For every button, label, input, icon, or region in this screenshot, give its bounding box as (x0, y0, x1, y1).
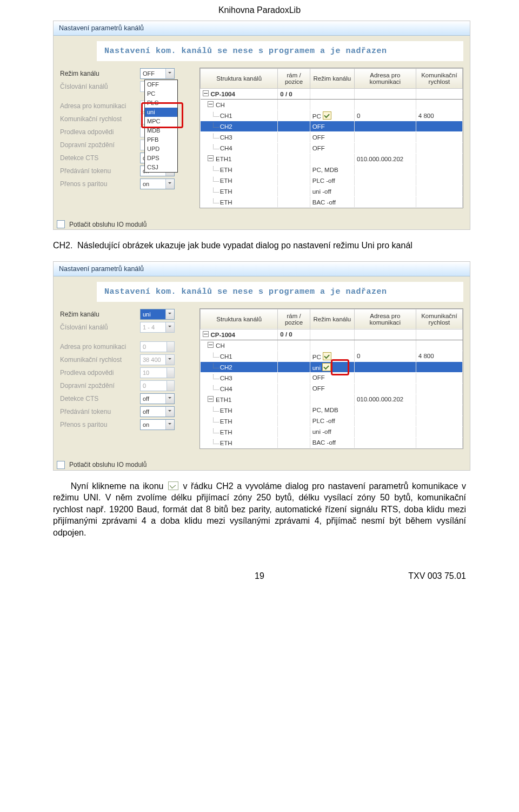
table-row[interactable]: CP-10040 / 0 (201, 329, 463, 340)
table-row[interactable]: ETHPLC -off (201, 415, 463, 426)
config-icon[interactable] (323, 352, 331, 360)
table-row[interactable]: CH4OFF (201, 143, 463, 154)
chevron-down-icon (165, 322, 174, 332)
label-addr: Adresa pro komunikaci (60, 343, 137, 351)
tree-toggle-icon[interactable] (203, 331, 209, 337)
mode-dropdown-list[interactable]: OFFPCPLCuniMPCMDBPFBUPDDPSCSJ (144, 80, 178, 173)
config-icon (168, 481, 178, 490)
mode-option-pc[interactable]: PC (145, 89, 177, 98)
table-row[interactable]: ETHuni -off (201, 426, 463, 437)
tree-toggle-icon[interactable] (208, 342, 214, 348)
mode-option-off[interactable]: OFF (145, 80, 177, 89)
mode-option-pfb[interactable]: PFB (145, 135, 177, 144)
table-row[interactable]: ETH1010.000.000.202 (201, 154, 463, 164)
parity-select[interactable]: on (140, 419, 175, 430)
label-numbering: Číslování kanálů (60, 83, 137, 90)
th-frame[interactable]: rám / pozice (278, 309, 310, 329)
label-delay: Prodleva odpovědi (60, 369, 137, 377)
page-footer: 19 TXV 003 75.01 (53, 571, 466, 582)
window-title: Nastavení parametrů kanálů (54, 21, 470, 36)
table-row[interactable]: CH3OFF (201, 372, 463, 383)
label-speed: Komunikační rychlost (60, 115, 137, 123)
document-id: TXV 003 75.01 (408, 571, 466, 581)
mode-option-mpc[interactable]: MPC (145, 117, 177, 126)
suppress-io-label: Potlačit obsluhu IO modulů (69, 221, 147, 228)
chevron-down-icon[interactable] (165, 69, 174, 78)
channels-table[interactable]: Struktura kanálů rám / pozice Režim kaná… (199, 68, 463, 208)
screenshot-channel-params-2: Nastavení parametrů kanálů Nastavení kom… (53, 261, 470, 471)
channels-table[interactable]: Struktura kanálů rám / pozice Režim kaná… (199, 308, 463, 449)
suppress-io-checkbox[interactable] (57, 220, 65, 228)
delay-input[interactable]: 10 (140, 367, 175, 378)
th-addr[interactable]: Adresa pro komunikaci (354, 69, 416, 89)
th-addr[interactable]: Adresa pro komunikaci (354, 309, 416, 329)
table-row[interactable]: CH (201, 100, 463, 110)
label-parity: Přenos s paritou (60, 180, 137, 188)
table-row[interactable]: CH3OFF (201, 132, 463, 143)
numbering-select: 1 - 4 (140, 322, 175, 333)
chevron-down-icon[interactable] (165, 309, 174, 319)
table-row[interactable]: CH4OFF (201, 383, 463, 394)
table-row[interactable]: CH2uni (201, 361, 463, 372)
token-select[interactable]: off (140, 406, 175, 417)
th-frame[interactable]: rám / pozice (278, 69, 310, 89)
table-row[interactable]: ETHPC, MDB (201, 405, 463, 415)
page-number: 19 (255, 571, 264, 581)
table-row[interactable]: CH2OFF (201, 121, 463, 132)
mode-option-dps[interactable]: DPS (145, 154, 177, 163)
table-row[interactable]: ETHPC, MDB (201, 164, 463, 175)
mode-option-mdb[interactable]: MDB (145, 126, 177, 135)
dialog-banner: Nastavení kom. kanálů se nese s programe… (97, 41, 463, 61)
chevron-down-icon[interactable] (165, 394, 174, 404)
addr-input[interactable]: 0 (140, 341, 175, 352)
th-speed[interactable]: Komunikační rychlost (416, 69, 462, 89)
tree-toggle-icon[interactable] (203, 90, 209, 96)
mode-option-csj[interactable]: CSJ (145, 163, 177, 172)
table-row[interactable]: CP-10040 / 0 (201, 89, 463, 100)
tree-toggle-icon[interactable] (208, 101, 214, 107)
mode-select[interactable]: OFF (140, 68, 175, 79)
chevron-down-icon[interactable] (165, 420, 174, 430)
table-row[interactable]: ETHBAC -off (201, 197, 463, 208)
speed-select[interactable]: 38 400 (140, 354, 175, 365)
dialog-banner: Nastavení kom. kanálů se nese s programe… (97, 282, 463, 302)
paragraph-2: Nyní klikneme na ikonu v řádku CH2 a vyv… (53, 480, 466, 539)
th-structure[interactable]: Struktura kanálů (201, 309, 278, 329)
mode-option-uni[interactable]: uni (145, 108, 177, 117)
chevron-down-icon[interactable] (165, 407, 174, 417)
table-row[interactable]: CH1PC 04 800 (201, 110, 463, 121)
label-token: Předávání tokenu (60, 167, 137, 175)
label-delay: Prodleva odpovědi (60, 128, 137, 136)
config-icon[interactable] (323, 111, 331, 120)
page-header: Knihovna ParadoxLib (53, 5, 466, 15)
label-parity: Přenos s paritou (60, 421, 137, 428)
suppress-io-checkbox[interactable] (57, 461, 65, 469)
th-speed[interactable]: Komunikační rychlost (416, 309, 462, 329)
chevron-down-icon[interactable] (165, 355, 174, 365)
tree-toggle-icon[interactable] (208, 396, 214, 402)
table-row[interactable]: ETHPLC -off (201, 175, 463, 186)
table-row[interactable]: ETH1010.000.000.202 (201, 394, 463, 405)
transport-input[interactable]: 0 (140, 380, 175, 391)
window-title: Nastavení parametrů kanálů (54, 262, 470, 276)
label-mode: Režim kanálu (60, 311, 137, 318)
label-transport: Dopravní zpoždění (60, 141, 137, 149)
mode-option-upd[interactable]: UPD (145, 144, 177, 154)
th-mode[interactable]: Režim kanálu (310, 309, 354, 329)
parity-select[interactable]: on (140, 179, 175, 189)
config-icon[interactable] (322, 363, 331, 371)
mode-select[interactable]: uni (140, 309, 175, 320)
label-cts: Detekce CTS (60, 395, 137, 402)
mode-option-plc[interactable]: PLC (145, 98, 177, 108)
tree-toggle-icon[interactable] (208, 155, 214, 161)
th-structure[interactable]: Struktura kanálů (201, 69, 278, 89)
cts-select[interactable]: off (140, 393, 175, 404)
table-row[interactable]: ETHBAC -off (201, 437, 463, 448)
th-mode[interactable]: Režim kanálu (310, 69, 354, 89)
table-row[interactable]: CH1PC 04 800 (201, 351, 463, 361)
chevron-down-icon[interactable] (165, 179, 174, 189)
table-row[interactable]: ETHuni -off (201, 186, 463, 197)
label-addr: Adresa pro komunikaci (60, 102, 137, 110)
screenshot-channel-params-1: Nastavení parametrů kanálů Nastavení kom… (53, 21, 470, 230)
table-row[interactable]: CH (201, 340, 463, 351)
